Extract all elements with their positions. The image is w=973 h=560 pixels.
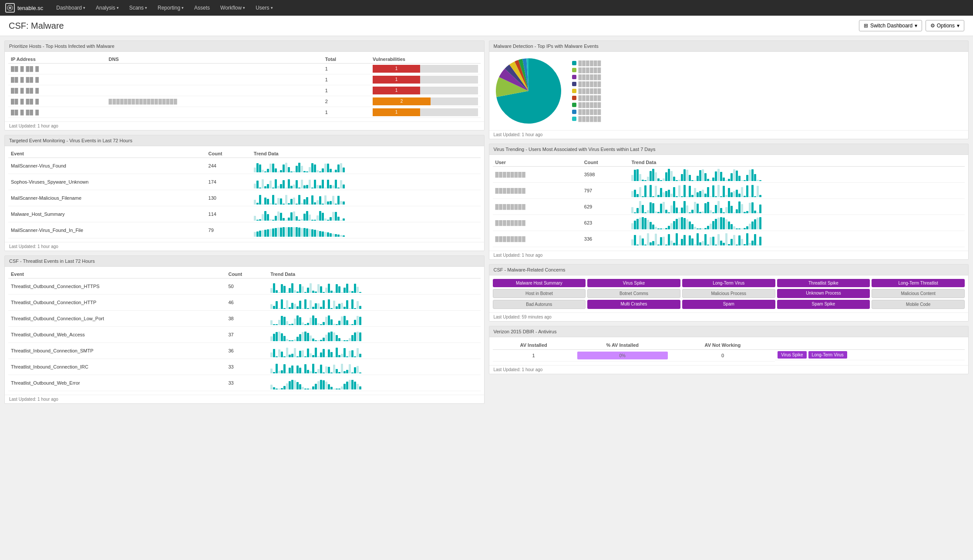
spark-bar bbox=[293, 184, 295, 188]
spark-bar bbox=[346, 320, 348, 325]
spark-bar bbox=[728, 179, 730, 181]
spark-bar bbox=[715, 196, 717, 197]
concern-button[interactable]: Virus Spike bbox=[587, 279, 680, 287]
nav-analysis[interactable]: Analysis ▾ bbox=[91, 0, 123, 16]
spark-bar bbox=[336, 369, 338, 373]
spark-bar bbox=[340, 235, 342, 237]
legend-color bbox=[572, 117, 576, 121]
spark-bar bbox=[341, 292, 343, 293]
spark-bar bbox=[340, 180, 342, 188]
spark-bar bbox=[317, 284, 320, 293]
nav-reporting[interactable]: Reporting ▾ bbox=[153, 0, 188, 16]
malware-concerns-footer: Last Updated: 59 minutes ago bbox=[489, 312, 969, 321]
spark-bar bbox=[311, 220, 313, 221]
switch-dashboard-button[interactable]: ⊞ Switch Dashboard ▾ bbox=[859, 20, 922, 31]
spark-bar bbox=[691, 180, 694, 181]
concern-button[interactable]: Host in Botnet bbox=[493, 289, 586, 298]
spark-bar bbox=[707, 187, 709, 197]
spark-bar bbox=[304, 389, 306, 389]
spark-bar bbox=[276, 290, 278, 293]
concern-button[interactable]: Spam bbox=[682, 300, 775, 309]
spark-bar bbox=[663, 228, 665, 229]
sparkline bbox=[270, 280, 478, 293]
spark-bar bbox=[642, 196, 644, 197]
spark-bar bbox=[273, 324, 275, 325]
spark-bar bbox=[294, 304, 296, 309]
spark-bar bbox=[310, 300, 312, 309]
spark-bar bbox=[280, 228, 282, 237]
spark-bar bbox=[269, 229, 272, 237]
spark-bar bbox=[272, 188, 274, 188]
nav-users[interactable]: Users ▾ bbox=[251, 0, 277, 16]
av-pct-val: 0% bbox=[575, 350, 670, 362]
spark-bar bbox=[670, 223, 673, 229]
brand-name: tenable.sc bbox=[17, 5, 43, 11]
spark-bar bbox=[301, 228, 303, 237]
concern-button[interactable]: Long-Term Virus bbox=[682, 279, 775, 287]
concern-button[interactable]: Multi Crashes bbox=[587, 300, 680, 309]
event-cell: Threatlist_Inbound_Connection_IRC bbox=[8, 359, 226, 375]
concern-button[interactable]: Long-Term Threatlist bbox=[872, 279, 965, 287]
vuln-cell: 2 bbox=[370, 96, 480, 107]
spark-bar bbox=[343, 307, 346, 309]
av-longterm-virus-button[interactable]: Long-Term Virus bbox=[808, 351, 847, 359]
sparkline bbox=[270, 296, 478, 309]
main-content: Prioritize Hosts - Top Hosts Infected wi… bbox=[0, 36, 973, 408]
spark-bar bbox=[354, 284, 356, 293]
nav-scans[interactable]: Scans ▾ bbox=[125, 0, 152, 16]
spark-bar bbox=[647, 233, 649, 245]
spark-bar bbox=[717, 201, 720, 213]
ip-cell: ██ █ ██ █ bbox=[8, 74, 106, 85]
concern-button[interactable]: Malicious Content bbox=[872, 289, 965, 298]
concern-button[interactable]: Malware Host Summary bbox=[493, 279, 586, 287]
count-cell: 37 bbox=[226, 327, 268, 343]
options-button[interactable]: ⚙ Options ▾ bbox=[926, 20, 964, 31]
virus-events-header: Targeted Event Monitoring - Virus Events… bbox=[5, 135, 484, 146]
concern-button[interactable]: Threatlist Spike bbox=[777, 279, 870, 287]
spark-bar bbox=[757, 180, 759, 181]
spark-bar bbox=[341, 386, 343, 389]
spark-bar bbox=[325, 317, 327, 325]
av-virus-spike-button[interactable]: Virus Spike bbox=[778, 351, 806, 359]
spark-bar bbox=[736, 245, 738, 245]
spark-bar bbox=[359, 332, 361, 341]
nav-dashboard[interactable]: Dashboard ▾ bbox=[52, 0, 90, 16]
te-col-event: Event bbox=[8, 270, 226, 278]
vuln-cell: 1 bbox=[370, 85, 480, 96]
spark-bar bbox=[267, 214, 269, 221]
spark-bar bbox=[723, 212, 725, 213]
col-ip: IP Address bbox=[8, 55, 106, 64]
spark-bar bbox=[665, 228, 667, 229]
concern-button[interactable]: Mobile Code bbox=[872, 300, 965, 309]
spark-bar bbox=[262, 204, 264, 205]
spark-bar bbox=[256, 163, 259, 172]
total-cell: 1 bbox=[323, 74, 370, 85]
spark-bar bbox=[327, 164, 329, 172]
spark-bar bbox=[314, 164, 316, 172]
legend-label: ██████ bbox=[579, 88, 602, 94]
sparkline bbox=[254, 159, 478, 172]
nav-assets[interactable]: Assets bbox=[190, 0, 214, 16]
concern-button[interactable]: Spam Spike bbox=[777, 300, 870, 309]
spark-bar bbox=[304, 332, 306, 341]
event-cell: MailScanner-Malicious_Filename bbox=[8, 190, 206, 206]
sparkline bbox=[254, 224, 478, 237]
svg-point-1 bbox=[9, 7, 11, 9]
spark-bar bbox=[639, 201, 641, 213]
spark-bar bbox=[276, 356, 278, 357]
concern-button[interactable]: Bad Autoruns bbox=[493, 300, 586, 309]
spark-bar bbox=[754, 234, 756, 245]
spark-bar bbox=[652, 196, 654, 197]
spark-bar bbox=[707, 202, 709, 213]
sparkline bbox=[254, 175, 478, 188]
spark-bar bbox=[270, 320, 273, 325]
concern-button[interactable]: Unknown Process bbox=[777, 289, 870, 298]
spark-bar bbox=[749, 224, 751, 229]
spark-bar bbox=[304, 364, 306, 373]
concern-button[interactable]: Malicious Process bbox=[682, 289, 775, 298]
spark-bar bbox=[285, 227, 287, 237]
spark-bar bbox=[670, 205, 673, 213]
concern-button[interactable]: Botnet Comms bbox=[587, 289, 680, 298]
nav-workflow[interactable]: Workflow ▾ bbox=[216, 0, 249, 16]
spark-bar bbox=[283, 218, 285, 221]
